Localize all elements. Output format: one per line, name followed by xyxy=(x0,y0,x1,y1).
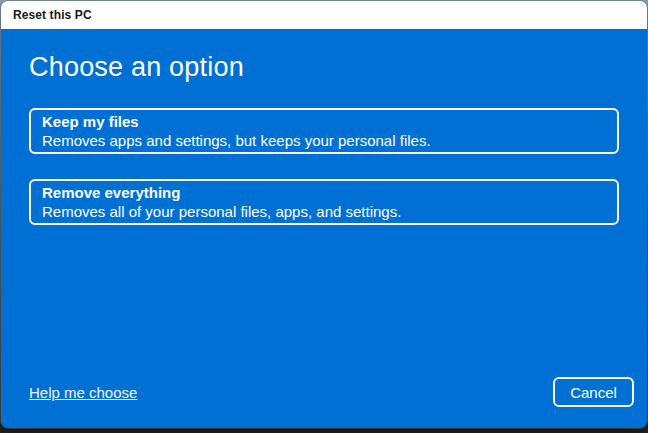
keep-my-files-title: Keep my files xyxy=(42,112,606,131)
desktop-background: Reset this PC Choose an option Keep my f… xyxy=(0,0,648,433)
options-list: Keep my files Removes apps and settings,… xyxy=(29,108,619,250)
page-title: Choose an option xyxy=(29,50,244,84)
keep-my-files-option[interactable]: Keep my files Removes apps and settings,… xyxy=(29,108,619,154)
window-titlebar[interactable]: Reset this PC xyxy=(1,1,647,29)
remove-everything-description: Removes all of your personal files, apps… xyxy=(42,202,606,221)
window-title: Reset this PC xyxy=(13,8,92,22)
remove-everything-option[interactable]: Remove everything Removes all of your pe… xyxy=(29,179,619,225)
cancel-button[interactable]: Cancel xyxy=(553,377,634,407)
reset-this-pc-window: Reset this PC Choose an option Keep my f… xyxy=(0,0,648,429)
keep-my-files-description: Removes apps and settings, but keeps you… xyxy=(42,131,606,150)
remove-everything-title: Remove everything xyxy=(42,183,606,202)
dialog-body: Choose an option Keep my files Removes a… xyxy=(1,29,647,428)
help-me-choose-link[interactable]: Help me choose xyxy=(29,384,137,402)
